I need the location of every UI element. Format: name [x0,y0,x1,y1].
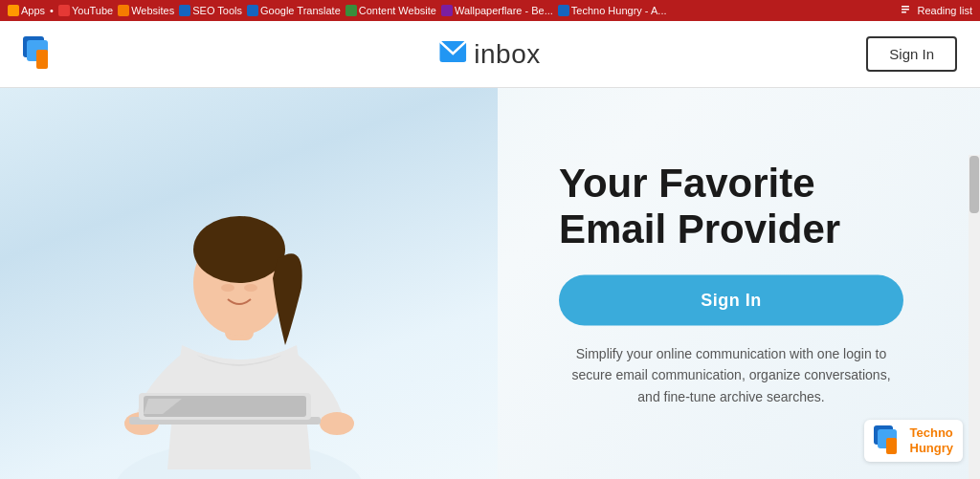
svg-rect-2 [902,11,906,13]
bookmarks-list: Apps • YouTube Websites SEO Tools Google… [8,5,895,16]
techno-hungry-badge: Techno Hungry [864,420,964,462]
svg-rect-20 [886,438,897,454]
header-brand: inbox [439,39,540,70]
hero-person-svg [57,116,421,479]
bookmark-apps[interactable]: Apps [8,5,45,16]
brand-name: inbox [474,39,540,70]
svg-point-11 [221,284,234,292]
svg-point-14 [320,412,354,435]
badge-logo-icon [874,425,904,456]
logo-icon-left [23,36,59,73]
bookmark-youtube[interactable]: YouTube [58,5,113,16]
scrollbar-thumb[interactable] [969,156,979,213]
hero-section: Your Favorite Email Provider Sign In Sim… [0,88,980,479]
bookmark-techno-hungry[interactable]: Techno Hungry - A... [558,5,667,16]
svg-rect-1 [902,9,909,11]
svg-rect-0 [902,6,909,8]
svg-point-10 [193,216,285,283]
reading-list-btn[interactable]: Reading list [901,4,972,17]
bookmark-google-translate[interactable]: Google Translate [247,5,341,16]
scrollbar[interactable] [969,155,980,479]
bookmark-wallpaperflare[interactable]: Wallpaperflare - Be... [441,5,553,16]
header-sign-in-button[interactable]: Sign In [866,36,957,72]
hero-person-placeholder [0,88,498,479]
svg-point-12 [244,284,257,292]
site-logo-left [23,36,59,73]
hero-title: Your Favorite Email Provider [559,160,903,252]
bookmark-seo-tools[interactable]: SEO Tools [179,5,242,16]
hero-content: Your Favorite Email Provider Sign In Sim… [559,160,903,407]
site-header: inbox Sign In [0,21,980,88]
bookmark-websites[interactable]: Websites [118,5,174,16]
svg-rect-5 [36,50,48,69]
mail-icon [439,41,466,68]
badge-logo-text: Techno Hungry [910,425,954,455]
bookmark-content-website[interactable]: Content Website [345,5,436,16]
hero-description: Simplify your online communication with … [559,343,903,407]
hero-image-area [0,88,498,479]
bookmarks-bar: Apps • YouTube Websites SEO Tools Google… [0,0,980,21]
hero-sign-in-button[interactable]: Sign In [559,275,903,326]
